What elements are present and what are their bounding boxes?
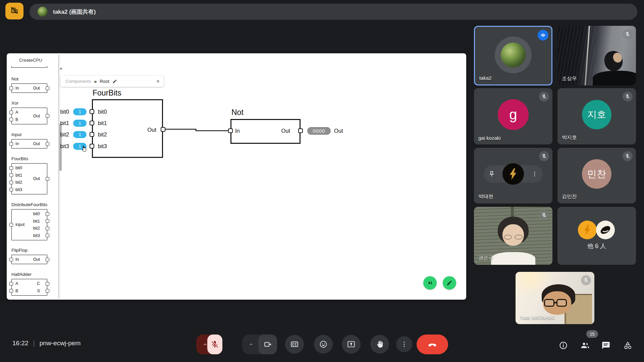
clipped-component-box bbox=[11, 66, 47, 68]
presentation-off-icon bbox=[9, 5, 19, 17]
output-port[interactable] bbox=[46, 177, 49, 181]
tile-hover-controls bbox=[484, 165, 543, 183]
participant-tile[interactable]: 지호박지호 bbox=[557, 88, 636, 144]
pinned-presenter-bar[interactable]: taka2 (画面共有) bbox=[30, 4, 637, 20]
more-vertical-icon[interactable] bbox=[531, 171, 538, 177]
not-in-port[interactable] bbox=[228, 128, 233, 133]
chat[interactable] bbox=[598, 337, 614, 353]
chevron-up-icon[interactable] bbox=[246, 335, 256, 354]
participant-name: 박태현 bbox=[478, 193, 493, 200]
info-icon bbox=[559, 341, 568, 350]
pin-icon[interactable] bbox=[488, 171, 495, 177]
output-port[interactable] bbox=[46, 282, 49, 286]
output-port-label: Out bbox=[23, 141, 44, 146]
glasses bbox=[515, 235, 523, 240]
bit-input-label: bit2 bbox=[53, 131, 69, 138]
bit-value-toggle[interactable]: 1 bbox=[73, 120, 87, 127]
activities-icon bbox=[623, 341, 632, 350]
input-port[interactable] bbox=[9, 188, 13, 191]
participant-tile[interactable]: 조상우 bbox=[557, 26, 636, 85]
input-port[interactable] bbox=[9, 258, 13, 261]
input-port[interactable] bbox=[9, 118, 13, 121]
participant-name: Yuto WATAHIKI bbox=[520, 315, 555, 320]
input-port-label: In bbox=[15, 257, 19, 262]
output-port[interactable] bbox=[46, 219, 49, 223]
info-divider: | bbox=[33, 339, 35, 347]
close-icon[interactable]: × bbox=[156, 78, 160, 84]
scroll-up-arrow-icon[interactable] bbox=[60, 67, 62, 69]
breadcrumb-root[interactable]: Root bbox=[100, 79, 109, 84]
camera-toggle[interactable] bbox=[242, 335, 277, 354]
participant-tile[interactable]: 他 6 人 bbox=[557, 207, 636, 265]
participant-tile[interactable]: Yuto WATAHIKI bbox=[516, 272, 594, 324]
bit-input-label: bit0 bbox=[53, 109, 69, 115]
output-port-label: C bbox=[23, 281, 44, 286]
participant-tile[interactable]: taka2 bbox=[474, 26, 552, 85]
breadcrumb-separator: » bbox=[94, 79, 97, 84]
not-in-label: In bbox=[235, 128, 240, 134]
bit-value-toggle[interactable]: 1 bbox=[73, 131, 87, 138]
participant-tile[interactable]: ggai kozaki bbox=[474, 88, 552, 144]
activities[interactable] bbox=[620, 337, 636, 353]
people[interactable] bbox=[577, 337, 593, 353]
input-port-label: bit3 bbox=[15, 187, 22, 192]
output-port[interactable] bbox=[46, 227, 49, 230]
microphone-toggle[interactable] bbox=[196, 335, 222, 354]
present-screen[interactable] bbox=[342, 335, 361, 354]
output-port[interactable] bbox=[46, 114, 49, 118]
input-port[interactable] bbox=[9, 111, 13, 114]
camera-icon bbox=[264, 340, 272, 349]
overflow-avatar-bean bbox=[596, 221, 615, 239]
input-port-label: bit1 bbox=[15, 173, 22, 178]
overflow-count-label: 他 6 人 bbox=[557, 242, 636, 250]
participant-tile[interactable]: 박태현 bbox=[474, 148, 552, 203]
breadcrumb: Components » Root × bbox=[61, 76, 164, 87]
meeting-details[interactable] bbox=[555, 337, 571, 353]
participant-tile[interactable]: 권순규 bbox=[474, 207, 552, 265]
output-port-label: bit3 bbox=[23, 233, 44, 238]
output-port[interactable] bbox=[46, 212, 49, 216]
input-port[interactable] bbox=[9, 282, 13, 286]
edit-button[interactable] bbox=[443, 276, 456, 290]
mic-muted-pad[interactable] bbox=[207, 335, 222, 354]
input-port[interactable] bbox=[9, 166, 13, 170]
fourbits-out-port[interactable] bbox=[161, 127, 165, 132]
not-out-label: Out bbox=[271, 128, 290, 134]
fourbits-input-port[interactable] bbox=[90, 109, 94, 114]
output-port[interactable] bbox=[46, 142, 49, 146]
meet-window: taka2 (画面共有) CreateCPU NotInOutXorABOutI… bbox=[0, 0, 644, 362]
fourbits-input-port[interactable] bbox=[90, 144, 94, 148]
participant-tile[interactable]: 민찬김민찬 bbox=[557, 148, 636, 203]
pencil-icon[interactable] bbox=[112, 79, 117, 84]
output-port[interactable] bbox=[46, 234, 49, 237]
step-button[interactable] bbox=[423, 276, 437, 290]
fourbits-input-port[interactable] bbox=[90, 121, 94, 125]
output-port[interactable] bbox=[46, 289, 49, 293]
presentation-paused-badge[interactable] bbox=[5, 3, 23, 19]
output-port[interactable] bbox=[46, 86, 49, 90]
input-port[interactable] bbox=[9, 86, 13, 90]
leave-call[interactable] bbox=[417, 335, 448, 354]
input-port[interactable] bbox=[9, 142, 13, 146]
input-port-label: In bbox=[15, 86, 19, 90]
emoji-icon bbox=[319, 340, 328, 349]
fourbits-input-port[interactable] bbox=[90, 132, 94, 137]
more-options[interactable] bbox=[396, 336, 412, 352]
mic-off-icon bbox=[625, 32, 630, 37]
input-port[interactable] bbox=[9, 223, 13, 227]
camera-pad[interactable] bbox=[258, 335, 277, 354]
input-port[interactable] bbox=[9, 173, 13, 177]
bit-value-toggle[interactable]: 1 bbox=[73, 108, 87, 115]
breadcrumb-components[interactable]: Components bbox=[65, 79, 91, 84]
present-icon bbox=[347, 340, 356, 349]
reactions[interactable] bbox=[314, 335, 333, 354]
captions-icon bbox=[290, 340, 299, 349]
input-port[interactable] bbox=[9, 289, 13, 293]
output-port[interactable] bbox=[46, 258, 49, 261]
bit-input-label: bit3 bbox=[53, 143, 69, 149]
input-port[interactable] bbox=[9, 181, 13, 184]
palette-component-label: HalfAdder bbox=[11, 272, 32, 277]
raise-hand[interactable] bbox=[370, 335, 389, 354]
not-out-port[interactable] bbox=[298, 128, 303, 133]
captions-toggle[interactable] bbox=[285, 335, 304, 354]
